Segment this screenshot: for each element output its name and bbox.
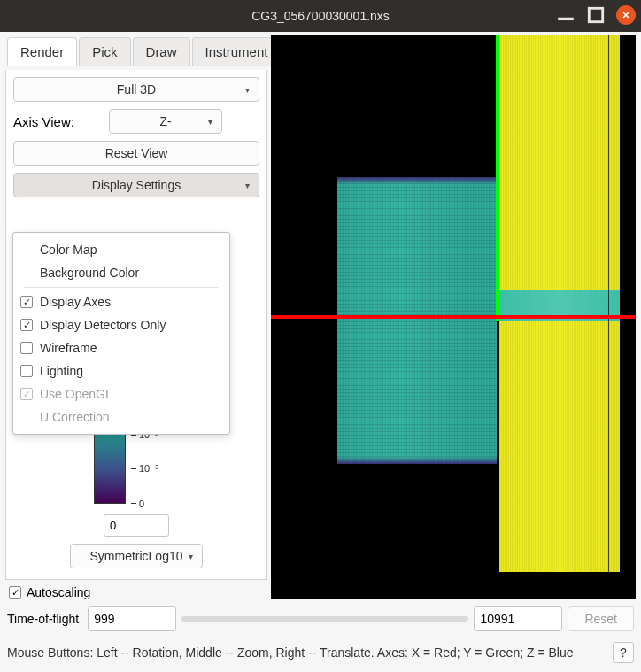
window-controls — [556, 5, 636, 25]
content: Render Pick Draw Instrument Full 3D ▾ Ax… — [0, 32, 641, 672]
tof-label: Time-of-flight — [7, 612, 79, 626]
menu-background-color[interactable]: Background Color — [13, 261, 229, 284]
checkbox-icon — [20, 319, 33, 331]
minimize-button[interactable] — [556, 5, 575, 25]
chevron-down-icon: ▾ — [245, 85, 250, 95]
menu-use-opengl: Use OpenGL — [13, 382, 229, 406]
menu-u-correction-label: U Correction — [40, 410, 110, 424]
sidebar: Render Pick Draw Instrument Full 3D ▾ Ax… — [5, 35, 267, 599]
help-button[interactable]: ? — [613, 642, 634, 663]
status-bar: Mouse Buttons: Left -- Rotation, Middle … — [5, 637, 636, 667]
menu-color-map-label: Color Map — [40, 243, 97, 257]
menu-u-correction: U Correction — [13, 406, 229, 429]
menu-use-opengl-label: Use OpenGL — [40, 387, 112, 401]
menu-detectors-only[interactable]: Display Detectors Only — [13, 313, 229, 336]
detector-panel-left — [337, 177, 497, 464]
svg-rect-1 — [589, 8, 602, 21]
display-settings-menu: Color Map Background Color Display Axes … — [12, 232, 230, 435]
titlebar: CG3_056700030001.nxs — [0, 0, 641, 32]
menu-display-axes-label: Display Axes — [40, 295, 111, 309]
colorbar-tick: 10⁻³ — [131, 468, 179, 469]
axis-view-value: Z- — [159, 114, 171, 128]
projection-value: Full 3D — [117, 82, 156, 97]
menu-color-map[interactable]: Color Map — [13, 238, 229, 261]
colorbar-scale-select[interactable]: SymmetricLog10 ▾ — [70, 544, 203, 568]
autoscaling-row: Autoscaling — [5, 583, 267, 599]
reset-view-button[interactable]: Reset View — [13, 141, 259, 166]
checkbox-icon — [20, 342, 33, 354]
checkbox-icon — [20, 388, 33, 400]
status-text: Mouse Buttons: Left -- Rotation, Middle … — [7, 645, 574, 660]
spacer — [20, 266, 33, 279]
axis-y-green — [496, 35, 499, 321]
colorbar-tick: 0 — [131, 503, 179, 504]
menu-lighting[interactable]: Lighting — [13, 359, 229, 382]
display-settings-label: Display Settings — [92, 178, 181, 192]
menu-detectors-only-label: Display Detectors Only — [40, 318, 166, 332]
upper-area: Render Pick Draw Instrument Full 3D ▾ Ax… — [5, 35, 636, 599]
colorbar-min-input[interactable] — [104, 514, 169, 537]
menu-bg-color-label: Background Color — [40, 266, 139, 280]
spacer — [20, 411, 33, 423]
axis-x-red — [271, 315, 636, 319]
axis-view-row: Axis View: Z- ▾ — [13, 109, 259, 134]
instrument-view[interactable] — [271, 35, 636, 599]
menu-lighting-label: Lighting — [40, 364, 83, 378]
tab-draw[interactable]: Draw — [133, 37, 190, 66]
projection-select[interactable]: Full 3D ▾ — [13, 77, 259, 102]
tab-bar: Render Pick Draw Instrument — [5, 35, 267, 66]
tab-pick[interactable]: Pick — [79, 37, 130, 66]
maximize-button[interactable] — [586, 5, 606, 25]
chevron-down-icon: ▾ — [189, 552, 193, 561]
tof-min-input[interactable] — [88, 606, 176, 631]
tab-render[interactable]: Render — [7, 37, 77, 66]
detector-panel-right — [499, 35, 620, 572]
menu-display-axes[interactable]: Display Axes — [13, 290, 229, 313]
display-settings-button[interactable]: Display Settings ▾ — [13, 173, 259, 197]
checkbox-icon — [20, 365, 33, 377]
autoscaling-label: Autoscaling — [27, 585, 90, 599]
menu-wireframe[interactable]: Wireframe — [13, 336, 229, 359]
tof-bar: Time-of-flight Reset — [5, 603, 636, 633]
tof-reset-button[interactable]: Reset — [568, 606, 634, 631]
tof-slider[interactable] — [181, 616, 468, 622]
close-button[interactable] — [616, 5, 636, 25]
checkbox-icon — [20, 296, 33, 308]
tof-max-input[interactable] — [474, 606, 562, 631]
spacer — [20, 243, 33, 256]
tab-instrument[interactable]: Instrument — [192, 37, 282, 66]
axis-view-label: Axis View: — [13, 114, 98, 129]
autoscaling-checkbox[interactable] — [9, 586, 21, 599]
menu-wireframe-label: Wireframe — [40, 341, 97, 355]
chevron-down-icon: ▾ — [208, 117, 212, 127]
chevron-down-icon: ▾ — [245, 181, 250, 190]
colorbar-scale-value: SymmetricLog10 — [89, 549, 182, 563]
window-title: CG3_056700030001.nxs — [251, 9, 390, 23]
axis-view-select[interactable]: Z- ▾ — [109, 109, 222, 134]
